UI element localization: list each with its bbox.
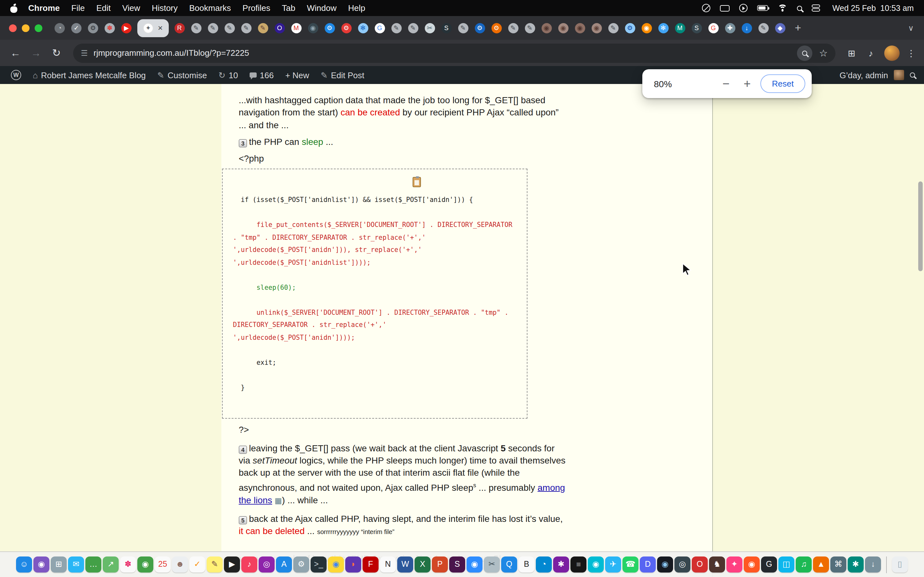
browser-tab[interactable]: ◉: [304, 23, 321, 33]
dock-app-icon[interactable]: ⌘: [830, 556, 846, 572]
dock-app-icon[interactable]: G: [761, 556, 777, 572]
menu-item[interactable]: Bookmarks: [189, 3, 231, 13]
dock-app-icon[interactable]: ↓: [865, 556, 881, 572]
dock-app-icon[interactable]: ✂: [484, 556, 500, 572]
dock-app-icon[interactable]: ■: [570, 556, 586, 572]
dock-app-icon[interactable]: F: [363, 556, 379, 572]
browser-tab[interactable]: ✎: [388, 23, 405, 33]
browser-tab[interactable]: ✎: [405, 23, 421, 33]
new-tab-button[interactable]: +: [795, 21, 801, 34]
dock-app-icon[interactable]: ◉: [137, 556, 153, 572]
menu-item[interactable]: History: [152, 3, 178, 13]
clipboard-icon[interactable]: [413, 177, 421, 187]
dock-app-icon[interactable]: >_: [310, 556, 326, 572]
browser-tab[interactable]: ⚙: [338, 23, 355, 33]
trash-icon[interactable]: ▯: [892, 556, 908, 572]
reload-button[interactable]: ↻: [47, 44, 65, 62]
dock-app-icon[interactable]: ♫: [796, 556, 812, 572]
dock-app-icon[interactable]: ◉: [657, 556, 673, 572]
browser-tab[interactable]: M: [672, 23, 688, 33]
dock-app-icon[interactable]: ◉: [744, 556, 760, 572]
dock-app-icon[interactable]: A: [276, 556, 292, 572]
browser-tab[interactable]: ✎: [254, 23, 271, 33]
browser-tab[interactable]: ✻: [655, 23, 672, 33]
edit-post-menu[interactable]: ✎ Edit Post: [315, 66, 370, 84]
browser-tab[interactable]: ▶: [118, 23, 135, 33]
admin-search-icon[interactable]: [910, 73, 915, 77]
zoom-in-button[interactable]: +: [737, 77, 758, 91]
browser-tab[interactable]: ✎: [221, 23, 238, 33]
url-text[interactable]: rjmprogramming.com.au/ITblog/?p=72225: [94, 48, 791, 58]
dock-app-icon[interactable]: …: [86, 556, 102, 572]
dock-app-icon[interactable]: ↗: [103, 556, 119, 572]
dock-app-icon[interactable]: X: [415, 556, 431, 572]
dock-app-icon[interactable]: D: [640, 556, 656, 572]
apple-logo-icon[interactable]: [10, 3, 18, 13]
dock-app-icon[interactable]: ◉: [328, 556, 344, 572]
dock-app-icon[interactable]: ✱: [553, 556, 569, 572]
dock-app-icon[interactable]: ▶: [224, 556, 240, 572]
close-window-button[interactable]: [9, 24, 17, 32]
browser-tab[interactable]: ✚: [722, 23, 738, 33]
browser-tab[interactable]: ✎: [505, 23, 521, 33]
dock-app-icon[interactable]: ✉: [68, 556, 84, 572]
browser-tab[interactable]: ✂: [421, 23, 438, 33]
dock-app-icon[interactable]: Q: [501, 556, 517, 572]
customise-menu[interactable]: ✎ Customise: [152, 66, 213, 84]
dock-app-icon[interactable]: ☺: [16, 556, 32, 572]
browser-tab[interactable]: ⚙: [321, 23, 338, 33]
zoom-reset-button[interactable]: Reset: [760, 74, 805, 93]
dock-app-icon[interactable]: N: [380, 556, 396, 572]
dock-app-icon[interactable]: ◎: [258, 556, 275, 572]
browser-tab[interactable]: ✻: [355, 23, 371, 33]
dock-app-icon[interactable]: ✦: [726, 556, 742, 572]
extensions-puzzle-icon[interactable]: ⊞: [843, 48, 860, 58]
battery-icon[interactable]: [757, 5, 768, 11]
browser-tab[interactable]: R: [171, 23, 188, 33]
dock-app-icon[interactable]: P: [432, 556, 448, 572]
browser-tab[interactable]: M: [288, 23, 304, 33]
browser-tab[interactable]: ✎: [605, 23, 622, 33]
dock-app-icon[interactable]: ⊞: [51, 556, 67, 572]
menu-item[interactable]: Window: [307, 3, 337, 13]
dock-app-icon[interactable]: ◎: [674, 556, 690, 572]
menu-bar-clock[interactable]: Wed 25 Feb 10:53 am: [832, 3, 914, 13]
dock-app-icon[interactable]: W: [397, 556, 413, 572]
browser-tab[interactable]: G: [705, 23, 722, 33]
tab-close-icon[interactable]: ×: [158, 24, 163, 32]
browser-tab[interactable]: S: [688, 23, 705, 33]
dock-app-icon[interactable]: ☎: [622, 556, 638, 572]
browser-tab[interactable]: ◉: [572, 23, 588, 33]
admin-avatar[interactable]: [894, 70, 904, 80]
keyboard-icon[interactable]: [720, 5, 730, 11]
dock-app-icon[interactable]: ▲: [813, 556, 829, 572]
dock-app-icon[interactable]: ✽: [120, 556, 136, 572]
minimize-window-button[interactable]: [22, 24, 29, 32]
browser-tab[interactable]: ↓: [738, 23, 755, 33]
browser-tab[interactable]: ⚙: [85, 23, 102, 33]
dock-app-icon[interactable]: 25: [155, 556, 171, 572]
profile-avatar[interactable]: [884, 45, 900, 61]
address-bar[interactable]: ☰ rjmprogramming.com.au/ITblog/?p=72225 …: [73, 43, 835, 63]
updates-menu[interactable]: ↻ 10: [213, 66, 244, 84]
browser-tab[interactable]: ◉: [638, 23, 655, 33]
dock-app-icon[interactable]: ◉: [33, 556, 49, 572]
dock-app-icon[interactable]: ⚙: [293, 556, 309, 572]
menu-item[interactable]: File: [71, 3, 85, 13]
play-pause-icon[interactable]: [739, 4, 748, 12]
browser-tab[interactable]: ✓: [68, 23, 85, 33]
browser-tab[interactable]: ✎: [204, 23, 221, 33]
dock-app-icon[interactable]: ◗: [345, 556, 361, 572]
dock-app-icon[interactable]: S: [449, 556, 465, 572]
new-content-menu[interactable]: + New: [279, 66, 315, 84]
greeting-text[interactable]: G’day, admin: [840, 70, 888, 80]
dock-app-icon[interactable]: O: [692, 556, 708, 572]
spotlight-search-icon[interactable]: [797, 5, 802, 11]
fullscreen-window-button[interactable]: [35, 24, 42, 32]
zoom-indicator-button[interactable]: [796, 45, 812, 61]
wp-logo-menu[interactable]: W: [5, 66, 27, 84]
back-button[interactable]: ←: [6, 44, 24, 62]
browser-tab[interactable]: ✎: [455, 23, 471, 33]
dock-app-icon[interactable]: B: [519, 556, 535, 572]
menu-item[interactable]: Profiles: [242, 3, 270, 13]
